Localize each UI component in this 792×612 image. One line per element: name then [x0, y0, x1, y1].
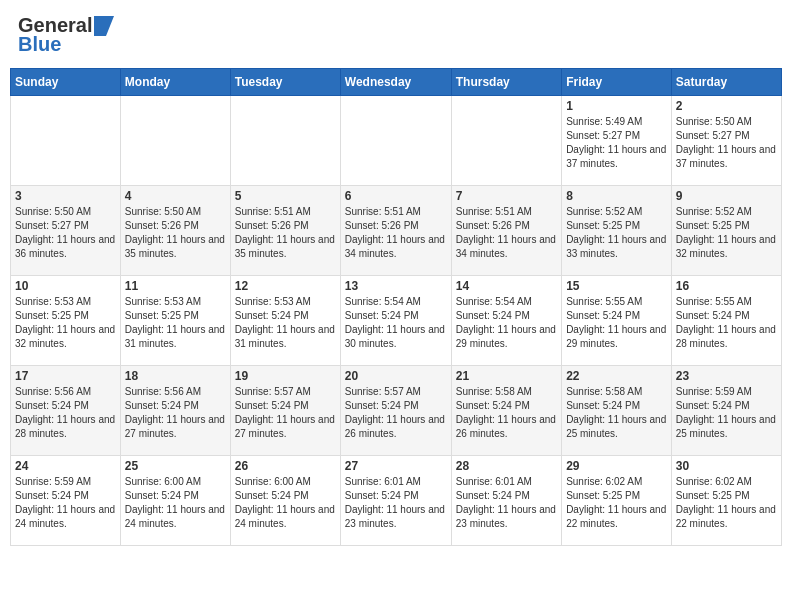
day-info: Sunrise: 6:00 AM Sunset: 5:24 PM Dayligh… [235, 475, 336, 531]
calendar-cell [340, 96, 451, 186]
calendar-cell [11, 96, 121, 186]
day-number: 25 [125, 459, 226, 473]
weekday-header-tuesday: Tuesday [230, 69, 340, 96]
day-info: Sunrise: 5:57 AM Sunset: 5:24 PM Dayligh… [345, 385, 447, 441]
day-info: Sunrise: 6:00 AM Sunset: 5:24 PM Dayligh… [125, 475, 226, 531]
logo-icon [94, 16, 114, 36]
day-number: 8 [566, 189, 667, 203]
day-number: 15 [566, 279, 667, 293]
day-number: 11 [125, 279, 226, 293]
logo: General Blue [18, 14, 114, 56]
weekday-header-monday: Monday [120, 69, 230, 96]
day-number: 29 [566, 459, 667, 473]
weekday-header-sunday: Sunday [11, 69, 121, 96]
day-info: Sunrise: 5:58 AM Sunset: 5:24 PM Dayligh… [456, 385, 557, 441]
calendar-cell: 7Sunrise: 5:51 AM Sunset: 5:26 PM Daylig… [451, 186, 561, 276]
week-row-4: 17Sunrise: 5:56 AM Sunset: 5:24 PM Dayli… [11, 366, 782, 456]
day-info: Sunrise: 5:53 AM Sunset: 5:25 PM Dayligh… [15, 295, 116, 351]
svg-marker-0 [94, 16, 114, 36]
calendar-cell: 13Sunrise: 5:54 AM Sunset: 5:24 PM Dayli… [340, 276, 451, 366]
day-number: 14 [456, 279, 557, 293]
day-number: 7 [456, 189, 557, 203]
weekday-header-friday: Friday [562, 69, 672, 96]
day-info: Sunrise: 5:59 AM Sunset: 5:24 PM Dayligh… [676, 385, 777, 441]
calendar-cell: 22Sunrise: 5:58 AM Sunset: 5:24 PM Dayli… [562, 366, 672, 456]
calendar-cell: 5Sunrise: 5:51 AM Sunset: 5:26 PM Daylig… [230, 186, 340, 276]
calendar-cell: 14Sunrise: 5:54 AM Sunset: 5:24 PM Dayli… [451, 276, 561, 366]
day-info: Sunrise: 5:52 AM Sunset: 5:25 PM Dayligh… [566, 205, 667, 261]
day-number: 18 [125, 369, 226, 383]
calendar-cell: 25Sunrise: 6:00 AM Sunset: 5:24 PM Dayli… [120, 456, 230, 546]
day-number: 5 [235, 189, 336, 203]
day-number: 21 [456, 369, 557, 383]
day-number: 4 [125, 189, 226, 203]
day-number: 9 [676, 189, 777, 203]
calendar-cell: 19Sunrise: 5:57 AM Sunset: 5:24 PM Dayli… [230, 366, 340, 456]
calendar-cell [451, 96, 561, 186]
page-header: General Blue [10, 10, 782, 60]
day-number: 19 [235, 369, 336, 383]
calendar-table: SundayMondayTuesdayWednesdayThursdayFrid… [10, 68, 782, 546]
weekday-header-row: SundayMondayTuesdayWednesdayThursdayFrid… [11, 69, 782, 96]
calendar-cell: 24Sunrise: 5:59 AM Sunset: 5:24 PM Dayli… [11, 456, 121, 546]
day-info: Sunrise: 5:54 AM Sunset: 5:24 PM Dayligh… [456, 295, 557, 351]
weekday-header-thursday: Thursday [451, 69, 561, 96]
day-info: Sunrise: 6:02 AM Sunset: 5:25 PM Dayligh… [676, 475, 777, 531]
calendar-cell: 12Sunrise: 5:53 AM Sunset: 5:24 PM Dayli… [230, 276, 340, 366]
day-number: 10 [15, 279, 116, 293]
calendar-cell: 30Sunrise: 6:02 AM Sunset: 5:25 PM Dayli… [671, 456, 781, 546]
day-info: Sunrise: 5:55 AM Sunset: 5:24 PM Dayligh… [676, 295, 777, 351]
week-row-3: 10Sunrise: 5:53 AM Sunset: 5:25 PM Dayli… [11, 276, 782, 366]
calendar-cell: 17Sunrise: 5:56 AM Sunset: 5:24 PM Dayli… [11, 366, 121, 456]
day-info: Sunrise: 5:56 AM Sunset: 5:24 PM Dayligh… [15, 385, 116, 441]
calendar-cell: 27Sunrise: 6:01 AM Sunset: 5:24 PM Dayli… [340, 456, 451, 546]
calendar-cell: 10Sunrise: 5:53 AM Sunset: 5:25 PM Dayli… [11, 276, 121, 366]
week-row-1: 1Sunrise: 5:49 AM Sunset: 5:27 PM Daylig… [11, 96, 782, 186]
calendar-cell: 2Sunrise: 5:50 AM Sunset: 5:27 PM Daylig… [671, 96, 781, 186]
calendar-cell: 16Sunrise: 5:55 AM Sunset: 5:24 PM Dayli… [671, 276, 781, 366]
day-number: 28 [456, 459, 557, 473]
calendar-cell: 4Sunrise: 5:50 AM Sunset: 5:26 PM Daylig… [120, 186, 230, 276]
day-info: Sunrise: 6:01 AM Sunset: 5:24 PM Dayligh… [456, 475, 557, 531]
day-number: 2 [676, 99, 777, 113]
day-number: 30 [676, 459, 777, 473]
calendar-cell: 1Sunrise: 5:49 AM Sunset: 5:27 PM Daylig… [562, 96, 672, 186]
day-info: Sunrise: 5:58 AM Sunset: 5:24 PM Dayligh… [566, 385, 667, 441]
day-number: 3 [15, 189, 116, 203]
day-info: Sunrise: 5:52 AM Sunset: 5:25 PM Dayligh… [676, 205, 777, 261]
day-number: 17 [15, 369, 116, 383]
week-row-5: 24Sunrise: 5:59 AM Sunset: 5:24 PM Dayli… [11, 456, 782, 546]
day-info: Sunrise: 5:51 AM Sunset: 5:26 PM Dayligh… [235, 205, 336, 261]
calendar-cell: 21Sunrise: 5:58 AM Sunset: 5:24 PM Dayli… [451, 366, 561, 456]
calendar-cell: 8Sunrise: 5:52 AM Sunset: 5:25 PM Daylig… [562, 186, 672, 276]
day-info: Sunrise: 5:50 AM Sunset: 5:27 PM Dayligh… [676, 115, 777, 171]
day-info: Sunrise: 5:59 AM Sunset: 5:24 PM Dayligh… [15, 475, 116, 531]
day-number: 27 [345, 459, 447, 473]
week-row-2: 3Sunrise: 5:50 AM Sunset: 5:27 PM Daylig… [11, 186, 782, 276]
day-number: 26 [235, 459, 336, 473]
logo-blue-text: Blue [18, 33, 61, 56]
calendar-cell: 23Sunrise: 5:59 AM Sunset: 5:24 PM Dayli… [671, 366, 781, 456]
calendar-cell: 15Sunrise: 5:55 AM Sunset: 5:24 PM Dayli… [562, 276, 672, 366]
day-number: 16 [676, 279, 777, 293]
day-info: Sunrise: 6:01 AM Sunset: 5:24 PM Dayligh… [345, 475, 447, 531]
day-number: 22 [566, 369, 667, 383]
day-info: Sunrise: 5:57 AM Sunset: 5:24 PM Dayligh… [235, 385, 336, 441]
day-info: Sunrise: 5:51 AM Sunset: 5:26 PM Dayligh… [345, 205, 447, 261]
day-info: Sunrise: 5:53 AM Sunset: 5:25 PM Dayligh… [125, 295, 226, 351]
calendar-cell: 18Sunrise: 5:56 AM Sunset: 5:24 PM Dayli… [120, 366, 230, 456]
day-info: Sunrise: 5:50 AM Sunset: 5:27 PM Dayligh… [15, 205, 116, 261]
day-number: 13 [345, 279, 447, 293]
calendar-cell: 11Sunrise: 5:53 AM Sunset: 5:25 PM Dayli… [120, 276, 230, 366]
day-info: Sunrise: 5:51 AM Sunset: 5:26 PM Dayligh… [456, 205, 557, 261]
weekday-header-wednesday: Wednesday [340, 69, 451, 96]
day-number: 1 [566, 99, 667, 113]
day-info: Sunrise: 5:53 AM Sunset: 5:24 PM Dayligh… [235, 295, 336, 351]
calendar-cell: 29Sunrise: 6:02 AM Sunset: 5:25 PM Dayli… [562, 456, 672, 546]
day-number: 23 [676, 369, 777, 383]
calendar-cell: 26Sunrise: 6:00 AM Sunset: 5:24 PM Dayli… [230, 456, 340, 546]
day-info: Sunrise: 5:55 AM Sunset: 5:24 PM Dayligh… [566, 295, 667, 351]
day-info: Sunrise: 6:02 AM Sunset: 5:25 PM Dayligh… [566, 475, 667, 531]
calendar-cell [120, 96, 230, 186]
calendar-cell: 9Sunrise: 5:52 AM Sunset: 5:25 PM Daylig… [671, 186, 781, 276]
